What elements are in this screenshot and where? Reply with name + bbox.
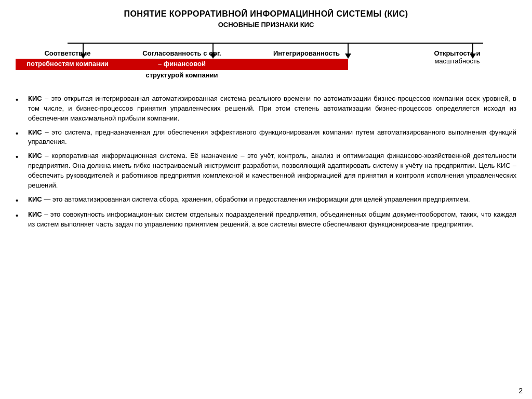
col3-top-label: Интегрированность [244,49,369,57]
para-text-1: КИС – это открытая интегрированная автом… [28,94,516,124]
col1-label: потребностям компании [16,60,119,68]
paragraph-3: • КИС – корпоративная информационная сис… [16,151,516,190]
col2-top-label: Согласованность с орг. [119,49,244,57]
bullet-4: • [16,195,28,206]
page-number: 2 [518,387,523,395]
sub-title: ОСНОВНЫЕ ПРИЗНАКИ КИС [16,21,516,29]
diagram-col1: потребностям компании [16,60,119,68]
kis-bold-5: КИС [28,210,42,218]
bullet-5: • [16,210,28,230]
paragraph-5: • КИС – это совокупность информационных … [16,210,516,230]
bullet-2: • [16,128,28,148]
diagram: потребностям компании Соответствие Согла… [16,34,516,91]
main-title: ПОНЯТИЕ КОРРОРАТИВНОЙ ИНФОРМАЦИННОЙ СИСТ… [16,9,516,19]
para-text-3: КИС – корпоративная информационная систе… [28,151,516,190]
diagram-col2-mid: – финансовой [119,60,244,68]
page: ПОНЯТИЕ КОРРОРАТИВНОЙ ИНФОРМАЦИННОЙ СИСТ… [0,0,532,399]
paragraph-2: • КИС – это система, предназначенная для… [16,128,516,148]
kis-bold-4: КИС [28,195,42,203]
kis-bold-2: КИС [28,128,42,136]
diagram-col1-top: Соответствие [16,49,119,57]
diagram-col2-top: Согласованность с орг. [119,49,244,57]
bullet-3: • [16,151,28,190]
paragraph-4: • КИС — это автоматизированная система с… [16,195,516,206]
para-text-4: КИС — это автоматизированная система сбо… [28,195,516,206]
diagram-col3-top: Интегрированность [244,49,369,57]
col4-sub-label: масштабность [400,57,514,65]
col1-top-label: Соответствие [16,49,119,57]
para-text-5: КИС – это совокупность информационных си… [28,210,516,230]
col2-mid-label: – финансовой [119,60,244,68]
para-text-2: КИС – это система, предназначенная для о… [28,128,516,148]
bullet-1: • [16,94,28,124]
diagram-col4-top: Открытость и масштабность [400,49,514,65]
content-area: • КИС – это открытая интегрированная авт… [16,94,516,230]
col2-bot-label: структурой компании [119,71,244,79]
diagram-col2-bot: структурой компании [119,71,244,79]
paragraph-1: • КИС – это открытая интегрированная авт… [16,94,516,124]
col4-top-label: Открытость и [400,49,514,57]
kis-bold-1: КИС [28,95,42,102]
kis-bold-3: КИС [28,152,42,159]
